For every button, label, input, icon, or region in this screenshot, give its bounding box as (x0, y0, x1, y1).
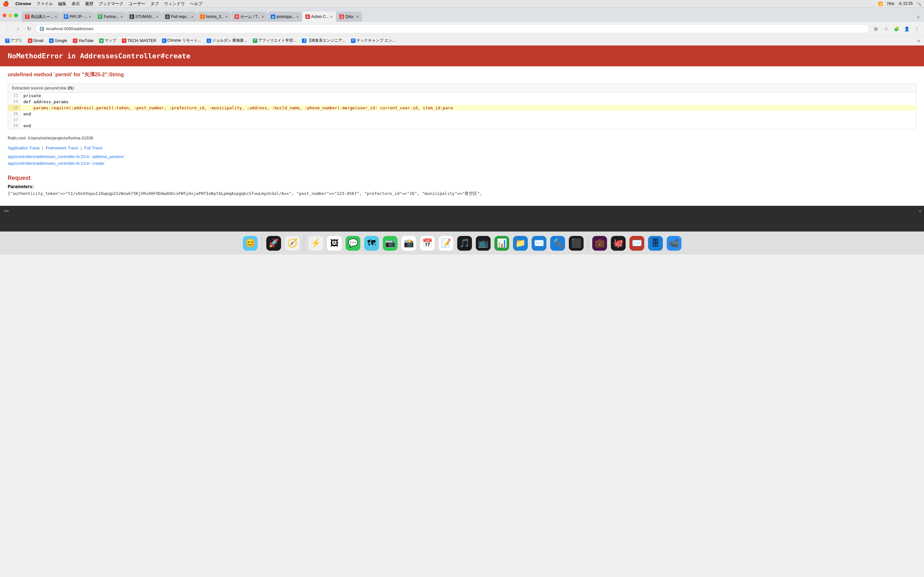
tab-close-icon[interactable]: ✕ (120, 15, 123, 19)
dock-icon-facetime: 📷 (383, 236, 397, 251)
dock-item-photos[interactable]: 🖼 (326, 235, 342, 251)
menu-button[interactable]: ⋮ (913, 24, 921, 33)
maximize-button[interactable] (14, 13, 18, 17)
tab-close-icon[interactable]: ✕ (356, 15, 359, 19)
dock-item-sqlite[interactable]: 🗄 (647, 235, 664, 251)
dock-item-calendar[interactable]: 📅 (419, 235, 436, 251)
menubar-file[interactable]: ファイル (36, 1, 53, 7)
menubar-window[interactable]: ウィンドウ (164, 1, 185, 7)
trace-file-link[interactable]: app/controllers/addresses_controller.rb:… (8, 153, 916, 160)
menubar-search[interactable]: 🔍 (917, 2, 921, 6)
dock-item-terminal[interactable]: ⬛ (568, 235, 585, 251)
bookmark-bk10[interactable]: 【 【雑食系エンジニア... (299, 37, 348, 44)
terminal-close-button[interactable]: ✕ (919, 208, 921, 213)
dock: 😊 🚀 🧭 ⚡ 🖼 💬 🗺 📷 📸 📅 📝 🎵 📺 📊 📁 ✉️ 🔨 ⬛ 💼 🐙… (0, 231, 924, 255)
dock-item-safari[interactable]: 🧭 (284, 235, 300, 251)
reload-button[interactable]: ↻ (24, 24, 33, 33)
menubar-view[interactable]: 表示 (71, 1, 80, 7)
dock-item-appletv[interactable]: 📺 (475, 235, 491, 251)
menubar-help[interactable]: ヘルプ (190, 1, 202, 7)
full-trace-link[interactable]: Full Trace (84, 145, 102, 150)
dock-item-files[interactable]: 📁 (512, 235, 529, 251)
bookmark-bk6[interactable]: T TECH::MASTER (120, 37, 158, 44)
dock-item-zoom[interactable]: 📹 (666, 235, 682, 251)
tab-tab4[interactable]: S STUMAN... ✕ (126, 11, 162, 22)
trace-file-link[interactable]: app/controllers/addresses_controller.rb:… (8, 160, 916, 167)
tab-tab5[interactable]: G Pull requ... ✕ (162, 11, 196, 22)
dock-item-chrome[interactable]: ⚡ (307, 235, 324, 251)
profile-button[interactable]: 👤 (902, 24, 911, 33)
bookmark-bk5[interactable]: M マップ (97, 37, 119, 44)
new-tab-button[interactable]: + (914, 13, 923, 22)
tab-tab3[interactable]: F Furima... ✕ (95, 11, 126, 22)
tab-tab6[interactable]: f furima_3... ✕ (197, 11, 231, 22)
tab-close-icon[interactable]: ✕ (89, 15, 91, 19)
back-button[interactable]: ‹ (3, 24, 11, 33)
bookmark-bk9[interactable]: ア アフィリエイト学習... (250, 37, 299, 44)
bookmark-bk2[interactable]: G Gmail (25, 37, 46, 44)
forward-button[interactable]: › (13, 24, 23, 33)
tab-close-icon[interactable]: ✕ (55, 15, 57, 19)
menubar-history[interactable]: 履歴 (85, 1, 94, 7)
bookmark-favicon: G (28, 39, 32, 43)
dock-item-xcode[interactable]: 🔨 (549, 235, 566, 251)
menubar-bookmarks[interactable]: ブックマーク (99, 1, 124, 7)
extensions-button[interactable]: 🧩 (892, 24, 901, 33)
line-number: 28 (8, 123, 21, 129)
tab-close-icon[interactable]: ✕ (225, 15, 228, 19)
tab-close-icon[interactable]: ✕ (156, 15, 158, 19)
dock-item-slack[interactable]: 💼 (591, 235, 608, 251)
source-label-end: ): (72, 85, 75, 90)
bookmark-label: Chrome リモート... (168, 38, 201, 43)
bookmark-bk1[interactable]: ア アプリ (3, 37, 25, 44)
url-text[interactable]: localhost:3000/addresses (46, 26, 865, 31)
dock-item-music[interactable]: 🎵 (456, 235, 473, 251)
dock-item-mail2[interactable]: ✉️ (628, 235, 645, 251)
tab-tab7[interactable]: ホ ホーム / T... ✕ (231, 11, 267, 22)
apple-menu[interactable]: 🍎 (3, 1, 9, 7)
bookmark-bk11[interactable]: テ テックキャンプ エン... (349, 37, 398, 44)
bookmark-star-button[interactable]: ☆ (882, 24, 891, 33)
tab-tab9[interactable]: A Action C... ✕ (302, 11, 336, 22)
application-trace-link[interactable]: Application Trace (8, 145, 40, 150)
error-title: NoMethodError in AddressesController#cre… (8, 52, 916, 60)
bookmark-label: YouTube (78, 39, 94, 43)
framework-trace-link[interactable]: Framework Trace (45, 145, 78, 150)
bookmark-bk7[interactable]: C Chrome リモート... (160, 37, 204, 44)
bookmark-label: Google (55, 39, 67, 43)
close-button[interactable] (3, 13, 6, 17)
dock-item-maps[interactable]: 🗺 (363, 235, 380, 251)
menubar-edit[interactable]: 編集 (58, 1, 66, 7)
dock-item-facetime[interactable]: 📷 (382, 235, 399, 251)
tab-close-icon[interactable]: ✕ (262, 15, 264, 19)
dock-item-launchpad[interactable]: 🚀 (265, 235, 282, 251)
minimize-button[interactable] (8, 13, 12, 17)
bookmark-bk8[interactable]: J ジョルダン 乗換案... (204, 37, 250, 44)
bookmark-bk3[interactable]: G Google (47, 37, 69, 44)
cast-button[interactable]: ⊞ (871, 24, 880, 33)
dock-icon-mail2: ✉️ (630, 236, 644, 251)
tab-tab1[interactable]: T 商品購入ー... ✕ (22, 11, 60, 22)
dock-item-github[interactable]: 🐙 (610, 235, 627, 251)
tab-tab8[interactable]: p protospa... ✕ (268, 11, 302, 22)
tab-tab2[interactable]: P PAY.JP -... ✕ (61, 11, 94, 22)
tab-title: 商品購入ー... (31, 14, 53, 19)
bookmark-bk4[interactable]: Y YouTube (70, 37, 96, 44)
dock-item-notes[interactable]: 📝 (438, 235, 454, 251)
bookmarks-more[interactable]: » (916, 38, 921, 44)
tab-close-icon[interactable]: ✕ (296, 15, 299, 19)
dock-item-mail[interactable]: ✉️ (531, 235, 548, 251)
tab-close-icon[interactable]: ✕ (191, 15, 194, 19)
tab-tab10[interactable]: Q Qiita ✕ (336, 11, 362, 22)
dock-item-numbers[interactable]: 📊 (493, 235, 510, 251)
tab-close-icon[interactable]: ✕ (330, 15, 333, 19)
menubar-user[interactable]: ユーザー (129, 1, 145, 7)
address-bar[interactable]: ℹ️ localhost:3000/addresses (35, 24, 869, 33)
menubar-tab[interactable]: タブ (150, 1, 159, 7)
dock-item-messages[interactable]: 💬 (344, 235, 361, 251)
dock-item-photos2[interactable]: 📸 (401, 235, 417, 251)
menubar-app-name[interactable]: Chrome (15, 1, 31, 6)
tab-favicon: Q (339, 15, 344, 19)
source-line-26: 26 end (8, 111, 916, 117)
dock-item-finder[interactable]: 😊 (242, 235, 258, 251)
